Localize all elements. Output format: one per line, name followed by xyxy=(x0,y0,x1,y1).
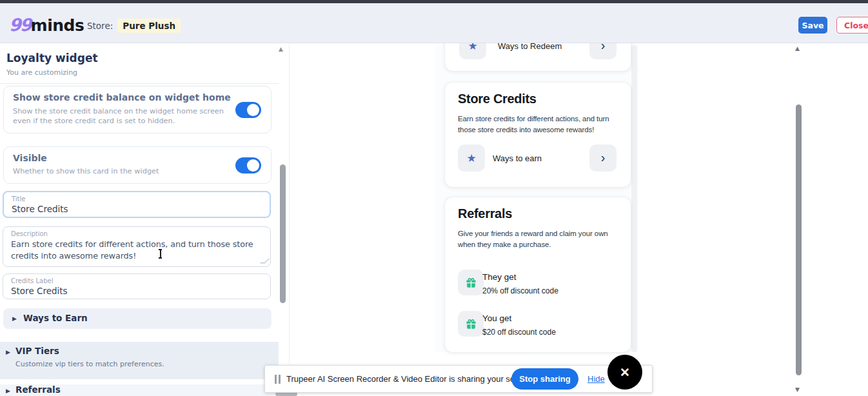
setting-title: Visible xyxy=(13,153,47,163)
pause-icon xyxy=(275,375,281,384)
page-scroll-down-icon[interactable]: ▼ xyxy=(795,387,800,393)
caret-right-icon: ▶ xyxy=(12,315,17,322)
close-icon: ✕ xyxy=(620,365,630,380)
caret-right-icon: ▶ xyxy=(6,349,10,355)
preview-card-title: Store Credits xyxy=(458,92,537,106)
chevron-right-icon[interactable]: › xyxy=(589,144,616,172)
star-icon: ★ xyxy=(458,144,485,172)
referral-row-title: They get xyxy=(482,272,517,282)
referral-row-subtitle: $20 off discount code xyxy=(482,328,556,337)
logo-99: 99 xyxy=(9,15,31,35)
title-input[interactable]: Title Store Credits xyxy=(3,191,271,218)
logo-minds: minds xyxy=(31,16,84,35)
preview-card-description: Earn store credits for different actions… xyxy=(458,114,620,135)
accordion-referrals[interactable]: ▶ Referrals xyxy=(0,384,279,396)
save-button[interactable]: Save xyxy=(798,17,827,34)
store-label: Store: xyxy=(87,21,113,31)
stop-sharing-button[interactable]: Stop sharing xyxy=(511,368,578,390)
credits-label-value: Store Credits xyxy=(11,286,68,296)
panel-divider xyxy=(0,83,279,84)
screen-share-bar: Trupeer AI Screen Recorder & Video Edito… xyxy=(264,365,653,393)
accordion-ways-to-earn[interactable]: ▶ Ways to Earn xyxy=(3,308,271,329)
app-window: 99minds Store: Pure Plush Save Close Loy… xyxy=(0,0,868,396)
setting-title: Show store credit balance on widget home xyxy=(13,92,231,103)
setting-description: Whether to show this card in the widget xyxy=(13,166,230,176)
close-button[interactable]: Close xyxy=(836,17,868,34)
description-label: Description xyxy=(11,230,48,237)
panel-title: Loyalty widget xyxy=(6,52,98,64)
caret-right-icon: ▶ xyxy=(6,388,10,394)
close-overlay-button[interactable]: ✕ xyxy=(607,355,642,390)
text-cursor-icon xyxy=(157,249,163,259)
title-input-value: Store Credits xyxy=(12,204,68,214)
app-logo: 99minds xyxy=(9,15,84,35)
store-indicator: Store: Pure Plush xyxy=(87,19,181,33)
credits-label-label: Credits Label xyxy=(11,277,53,284)
settings-panel: Loyalty widget You are customizing Show … xyxy=(0,43,290,396)
setting-card-visible: Visible Whether to show this card in the… xyxy=(3,146,271,184)
accordion-label: Referrals xyxy=(15,384,61,395)
page-scrollbar-thumb[interactable] xyxy=(796,104,802,375)
accordion-label: VIP Tiers xyxy=(15,346,59,356)
preview-card-description: Give your friends a reward and claim you… xyxy=(458,228,620,250)
page-scroll-up-icon[interactable]: ▲ xyxy=(795,46,800,52)
ways-to-earn-row[interactable]: Ways to earn xyxy=(493,153,542,163)
visible-toggle[interactable] xyxy=(235,157,261,173)
balance-toggle[interactable] xyxy=(235,102,261,118)
panel-scrollbar-thumb[interactable] xyxy=(280,164,286,303)
description-value: Earn store credits for different actions… xyxy=(11,239,262,262)
app-header: 99minds Store: Pure Plush Save Close xyxy=(0,3,868,43)
hide-link[interactable]: Hide xyxy=(587,374,605,384)
credits-label-input[interactable]: Credits Label Store Credits xyxy=(3,273,271,299)
preview-referrals-card: Referrals Give your friends a reward and… xyxy=(445,197,631,352)
accordion-subtitle: Customize vip tiers to match preferences… xyxy=(15,360,164,368)
share-message: Trupeer AI Screen Recorder & Video Edito… xyxy=(286,374,533,384)
gift-icon xyxy=(458,311,484,337)
preview-card-title: Referrals xyxy=(458,206,512,221)
preview-store-credits-card: Store Credits Earn store credits for dif… xyxy=(445,83,631,187)
setting-description: Show the store credit balance on the wid… xyxy=(13,106,230,126)
preview-scrollbar-track[interactable] xyxy=(631,45,637,352)
panel-scroll-up-icon[interactable]: ▲ xyxy=(279,46,283,52)
accordion-label: Ways to Earn xyxy=(23,313,88,323)
description-textarea[interactable]: Description Earn store credits for diffe… xyxy=(3,226,271,267)
panel-subtitle: You are customizing xyxy=(6,68,77,77)
referral-row-subtitle: 20% off discount code xyxy=(482,286,558,295)
store-name-chip: Pure Plush xyxy=(117,19,181,33)
title-input-label: Title xyxy=(12,195,25,203)
gift-icon xyxy=(458,270,484,295)
top-strip xyxy=(0,0,868,3)
referral-row-title: You get xyxy=(482,313,511,323)
setting-card-balance: Show store credit balance on widget home… xyxy=(3,86,271,134)
accordion-vip-tiers[interactable]: ▶ VIP Tiers Customize vip tiers to match… xyxy=(0,342,279,379)
